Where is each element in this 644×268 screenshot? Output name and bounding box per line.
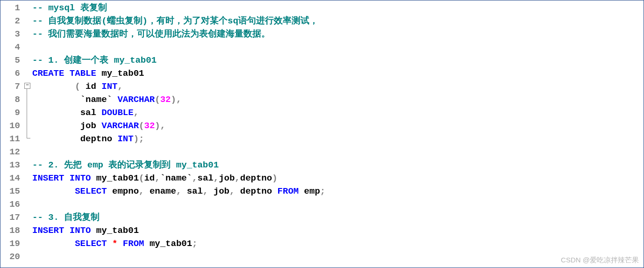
code-line: deptno INT);	[32, 132, 644, 145]
code-token: ;	[192, 239, 197, 249]
code-token	[91, 225, 96, 236]
code-token: id	[144, 173, 155, 183]
code-token: (	[139, 121, 144, 131]
code-line: CREATE TABLE my_tab01	[32, 67, 644, 80]
code-token: ,	[229, 186, 235, 196]
code-line: sal DOUBLE,	[32, 106, 644, 119]
line-number: 6	[0, 67, 23, 80]
code-token: 32	[160, 94, 171, 105]
code-token: deptno	[240, 186, 272, 196]
code-token: ,	[203, 186, 208, 196]
code-line: ( id INT,	[32, 80, 644, 93]
code-token	[32, 186, 75, 196]
code-line: -- 我们需要海量数据时，可以使用此法为表创建海量数据。	[32, 28, 644, 41]
code-token: ),	[155, 121, 165, 131]
code-token: (	[139, 173, 144, 183]
code-token: ename	[150, 186, 176, 196]
code-token: VARCHAR	[117, 94, 155, 105]
code-token: sal	[80, 108, 96, 118]
code-token: ;	[320, 186, 325, 196]
line-number: 7	[0, 80, 23, 93]
code-token: );	[134, 134, 144, 144]
fold-column: −	[23, 0, 32, 268]
code-token	[107, 186, 112, 196]
code-token	[32, 134, 80, 144]
code-token: job	[80, 121, 96, 131]
code-line: SELECT * FROM my_tab01;	[32, 237, 644, 250]
code-token: *	[112, 239, 117, 249]
code-token: ,	[192, 173, 197, 183]
watermark-text: CSDN @爱吃凉拌辣芒果	[561, 256, 639, 265]
code-line: -- mysql 表复制	[32, 1, 644, 14]
code-line: INSERT INTO my_tab01	[32, 224, 644, 237]
code-token	[32, 94, 80, 105]
code-token	[96, 121, 101, 131]
code-token: -- 我们需要海量数据时，可以使用此法为表创建海量数据。	[32, 29, 270, 39]
line-number: 16	[0, 198, 23, 211]
code-token	[235, 186, 240, 196]
code-token: ,	[139, 186, 144, 196]
code-line: SELECT empno, ename, sal, job, deptno FR…	[32, 185, 644, 198]
line-number: 9	[0, 106, 23, 119]
code-line	[32, 250, 644, 263]
code-token	[96, 68, 101, 79]
code-line: `name` VARCHAR(32),	[32, 93, 644, 106]
fold-toggle-icon[interactable]: −	[24, 83, 30, 89]
line-number: 8	[0, 93, 23, 106]
code-token: INT	[117, 134, 133, 144]
code-token: `name`	[80, 94, 112, 105]
code-token	[32, 239, 75, 249]
code-token: INTO	[70, 173, 91, 183]
line-number: 5	[0, 54, 23, 67]
code-token: SELECT	[75, 239, 107, 249]
code-area: -- mysql 表复制-- 自我复制数据(蠕虫复制)，有时，为了对某个sq语句…	[32, 0, 644, 268]
code-token: DOUBLE	[101, 108, 133, 118]
line-number: 19	[0, 237, 23, 250]
code-token: FROM	[278, 186, 299, 196]
code-token	[144, 239, 149, 249]
code-token: id	[86, 81, 96, 92]
code-line	[32, 198, 644, 211]
code-token: ,	[117, 81, 122, 92]
code-token	[272, 186, 277, 196]
code-token: `name`	[160, 173, 192, 183]
code-token: sal	[187, 186, 203, 196]
code-token: ,	[134, 108, 139, 118]
line-number: 12	[0, 145, 23, 159]
code-line	[32, 145, 644, 159]
code-token: (	[155, 94, 160, 105]
line-number: 11	[0, 132, 23, 145]
code-token: my_tab01	[96, 225, 139, 236]
code-token: INT	[101, 81, 117, 92]
line-number: 15	[0, 185, 23, 198]
code-token	[80, 81, 86, 92]
code-token	[96, 108, 101, 118]
code-token: INSERT	[32, 225, 64, 236]
code-token	[112, 94, 117, 105]
code-token: sal	[198, 173, 214, 183]
code-token: (	[75, 81, 80, 92]
code-token	[107, 239, 112, 249]
code-token: FROM	[123, 239, 144, 249]
code-token: -- 1. 创建一个表 my_tab01	[32, 55, 157, 65]
code-line: job VARCHAR(32),	[32, 119, 644, 132]
code-token	[144, 186, 149, 196]
code-token: job	[219, 173, 235, 183]
fold-end-tick	[27, 138, 30, 138]
code-token	[208, 186, 213, 196]
code-token: job	[214, 186, 229, 196]
code-line: -- 1. 创建一个表 my_tab01	[32, 54, 644, 67]
fold-guide-line	[27, 89, 27, 138]
code-token: VARCHAR	[101, 121, 139, 131]
code-line: INSERT INTO my_tab01(id,`name`,sal,job,d…	[32, 172, 644, 185]
code-token	[64, 173, 69, 183]
code-line: -- 自我复制数据(蠕虫复制)，有时，为了对某个sq语句进行效率测试，	[32, 14, 644, 28]
code-token	[299, 186, 304, 196]
code-line: -- 2. 先把 emp 表的记录复制到 my_tab01	[32, 159, 644, 172]
line-number: 13	[0, 159, 23, 172]
code-token	[112, 134, 117, 144]
code-token: ,	[235, 173, 240, 183]
code-token: 32	[144, 121, 155, 131]
line-number: 18	[0, 224, 23, 237]
code-token: CREATE	[32, 68, 64, 79]
